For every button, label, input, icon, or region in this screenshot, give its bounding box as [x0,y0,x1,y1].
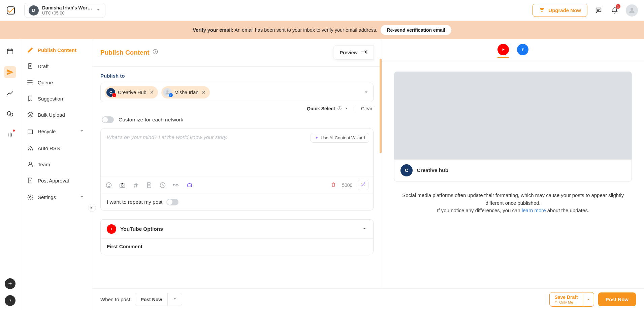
youtube-icon [107,224,116,234]
svg-point-32 [556,301,557,302]
account-avatar: f [163,88,172,97]
learn-more-link[interactable]: learn more [522,207,546,213]
sidebar-item-auto-rss[interactable]: Auto RSS [20,140,92,156]
scrollbar[interactable] [380,59,382,153]
svg-point-28 [190,185,191,186]
svg-text:?: ? [9,299,11,302]
upgrade-button[interactable]: Upgrade Now [533,4,587,17]
sidebar-item-label: Auto RSS [38,145,60,151]
schedule-icon[interactable] [159,182,166,189]
svg-rect-26 [188,184,192,187]
page-title: Publish Content ? [100,49,158,56]
account-chip-misha-irfan: f Misha Irfan ✕ [161,86,210,98]
quick-select-dropdown[interactable]: Quick Select i [307,106,349,112]
magic-enhance-button[interactable] [358,180,368,190]
customize-toggle[interactable] [102,116,114,123]
sidebar-item-draft[interactable]: Draft [20,58,92,74]
sidebar-item-label: Bulk Upload [38,112,65,118]
preview-tab-facebook[interactable]: f [517,44,528,58]
when-to-post-select[interactable]: Post Now [135,293,182,306]
chevron-down-icon [78,128,85,135]
trophy-icon [539,7,545,14]
chevron-down-icon [344,106,349,112]
rail-analytics-icon[interactable] [4,87,16,99]
preview-toggle[interactable]: Preview [333,45,374,60]
preview-account-avatar: C [400,164,413,176]
svg-text:f: f [522,47,524,52]
account-name: Misha Irfan [174,90,199,95]
chevron-down-icon [78,193,85,201]
sidebar-item-suggestion[interactable]: Suggestion [20,90,92,107]
info-icon[interactable]: ? [152,49,158,56]
hashtag-icon[interactable] [132,182,139,189]
svg-point-15 [166,90,168,92]
remove-account-button[interactable]: ✕ [201,90,206,95]
emoji-icon[interactable] [105,182,112,189]
svg-point-20 [108,184,108,185]
info-icon: i [337,106,342,112]
rail-add-button[interactable] [5,278,15,289]
ai-assistant-icon[interactable] [186,182,193,189]
ai-content-wizard-button[interactable]: ✦ Use AI Content Wizard [311,133,369,143]
resend-verification-button[interactable]: Re-send verification email [381,25,451,35]
svg-point-12 [30,196,31,198]
delete-icon[interactable] [330,181,336,189]
editor-placeholder: What's on your mind? Let the world know … [107,134,227,140]
youtube-options-accordion: YouTube Options First Comment [100,219,374,254]
svg-point-30 [361,183,362,184]
svg-rect-25 [173,184,175,186]
account-avatar: C [106,88,115,97]
svg-point-21 [109,184,110,185]
svg-point-19 [106,182,111,188]
template-icon[interactable] [146,182,153,189]
sidebar-item-bulk-upload[interactable]: Bulk Upload [20,107,92,123]
repeat-post-toggle[interactable] [166,199,179,205]
remove-account-button[interactable]: ✕ [149,90,155,95]
chevron-down-icon [363,89,369,96]
chevron-down-icon[interactable] [167,293,182,306]
sidebar-item-publish-content[interactable]: Publish Content [20,42,92,58]
save-draft-dropdown[interactable] [583,292,594,306]
character-count: 5000 [342,182,352,188]
publish-to-select[interactable]: C Creative Hub ✕ f Misha Irfan ✕ [100,83,374,102]
workspace-picker[interactable]: D Damisha Irfan's Wor… UTC+05:00 [24,3,105,18]
rail-listening-icon[interactable] [4,129,16,141]
svg-point-23 [121,184,123,186]
rail-calendar-icon[interactable] [4,45,16,57]
chevron-up-icon [362,226,367,232]
app-logo[interactable] [6,6,15,15]
sidebar-item-team[interactable]: Team [20,156,92,172]
notifications-icon[interactable]: 1 [610,5,620,16]
publish-to-label: Publish to [100,73,374,79]
profile-avatar[interactable] [626,4,638,17]
rail-help-button[interactable]: ? [5,295,15,306]
youtube-options-header[interactable]: YouTube Options [101,220,373,239]
camera-icon[interactable] [119,182,126,189]
svg-point-11 [29,162,32,164]
svg-point-6 [27,80,28,81]
preview-tab-youtube[interactable] [497,44,509,58]
post-now-button[interactable]: Post Now [598,292,636,306]
integration-icon[interactable] [173,182,180,189]
when-to-post-label: When to post [100,297,130,302]
svg-point-1 [631,8,633,10]
sidebar-item-label: Draft [38,63,49,69]
account-chip-creative-hub: C Creative Hub ✕ [105,86,158,98]
sidebar-item-queue[interactable]: Queue [20,74,92,90]
workspace-avatar: D [29,5,39,16]
person-icon [554,300,558,304]
sidebar-item-label: Recycle [38,129,56,134]
sidebar-item-settings[interactable]: Settings [20,189,92,206]
rail-publish-icon[interactable] [4,66,16,78]
post-content-editor[interactable]: What's on your mind? Let the world know … [101,129,373,176]
rail-inbox-icon[interactable] [4,108,16,120]
feedback-icon[interactable] [593,5,604,16]
sidebar-item-recycle[interactable]: Recycle [20,123,92,140]
clear-accounts-button[interactable]: Clear [361,106,372,111]
customize-label: Customize for each network [119,117,183,123]
sidebar-item-post-approval[interactable]: Post Approval [20,172,92,189]
preview-media-placeholder [394,72,632,160]
save-draft-button[interactable]: Save Draft Only Me [549,292,594,307]
chevron-down-icon [96,7,101,13]
sparkle-icon: ✦ [315,135,319,140]
